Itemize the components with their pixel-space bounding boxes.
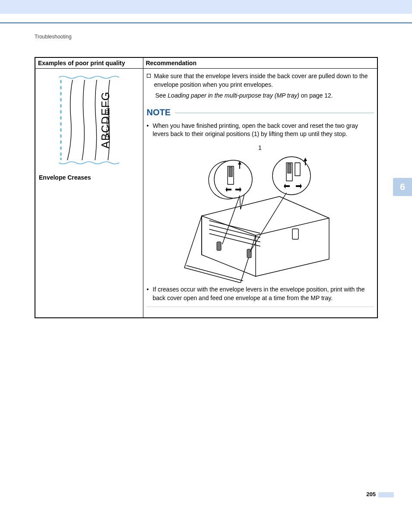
svg-rect-9 — [60, 134, 62, 138]
note-bullet-1: • When you have finished printing, open … — [147, 122, 374, 139]
see-prefix: See — [155, 92, 168, 99]
svg-rect-10 — [60, 140, 62, 144]
envelope-top-wave-icon — [59, 75, 119, 79]
note-text-1: When you have finished printing, open th… — [153, 122, 374, 139]
svg-rect-5 — [60, 110, 62, 114]
square-bullet-icon — [147, 74, 151, 78]
svg-rect-16 — [292, 229, 298, 239]
see-link-text[interactable]: Loading paper in the multi-purpose tray … — [168, 92, 299, 99]
envelope-sample-text-small: EFGHIJKLMN — [106, 108, 111, 137]
chapter-number: 6 — [400, 181, 405, 193]
svg-rect-14 — [217, 242, 221, 250]
section-title: Troubleshooting — [35, 34, 72, 40]
envelope-crease-illustration: ABCDEFG EFGHIJKLMN — [59, 75, 119, 165]
svg-rect-7 — [60, 122, 62, 126]
note-bullet-2: • If creases occur with the envelope lev… — [147, 285, 374, 302]
envelope-side-dots-icon — [59, 79, 63, 161]
svg-rect-13 — [60, 158, 62, 160]
example-cell: ABCDEFG EFGHIJKLMN Envelope Creases — [35, 69, 143, 318]
svg-point-18 — [273, 157, 311, 195]
svg-rect-2 — [60, 92, 62, 95]
see-suffix: on page 12. — [299, 92, 333, 99]
recommendation-cell: Make sure that the envelope levers insid… — [143, 69, 377, 318]
svg-rect-11 — [60, 146, 62, 150]
page-number: 205 — [366, 491, 376, 497]
recommendation-bullet-1: Make sure that the envelope levers insid… — [147, 72, 374, 89]
bullet-dot-icon: • — [147, 285, 153, 302]
header-examples: Examples of poor print quality — [35, 57, 143, 69]
note-text-2: If creases occur with the envelope lever… — [153, 285, 374, 302]
svg-point-17 — [214, 160, 252, 198]
page-footer-stub-icon — [378, 492, 394, 497]
svg-rect-1 — [60, 86, 62, 89]
note-label: NOTE — [147, 106, 171, 118]
svg-rect-20 — [229, 167, 232, 177]
top-rule — [0, 22, 412, 23]
header-recommendation: Recommendation — [143, 57, 377, 69]
lever-diagram: 1 — [147, 143, 374, 285]
svg-rect-8 — [60, 128, 62, 132]
svg-rect-3 — [60, 98, 62, 101]
top-accent-bar — [0, 0, 412, 14]
table-row: ABCDEFG EFGHIJKLMN Envelope Creases Make… — [35, 69, 377, 318]
see-reference: See Loading paper in the multi-purpose t… — [155, 92, 374, 100]
troubleshooting-table: Examples of poor print quality Recommend… — [35, 57, 378, 318]
svg-rect-0 — [60, 80, 62, 83]
table-header-row: Examples of poor print quality Recommend… — [35, 57, 377, 69]
recommendation-text-1: Make sure that the envelope levers insid… — [154, 72, 374, 89]
note-closing-rule-icon — [147, 307, 374, 307]
envelope-caption: Envelope Creases — [39, 174, 139, 181]
note-heading: NOTE — [147, 106, 374, 118]
svg-rect-22 — [288, 164, 291, 173]
diagram-callout-number: 1 — [258, 145, 262, 151]
svg-rect-4 — [60, 104, 62, 108]
svg-rect-12 — [60, 152, 62, 156]
bullet-dot-icon: • — [147, 122, 153, 139]
envelope-bottom-wave-icon — [59, 161, 119, 165]
printer-lever-diagram-icon: 1 — [176, 145, 344, 283]
svg-rect-6 — [60, 116, 62, 120]
chapter-tab[interactable]: 6 — [393, 178, 412, 196]
note-rule-icon — [175, 113, 374, 113]
